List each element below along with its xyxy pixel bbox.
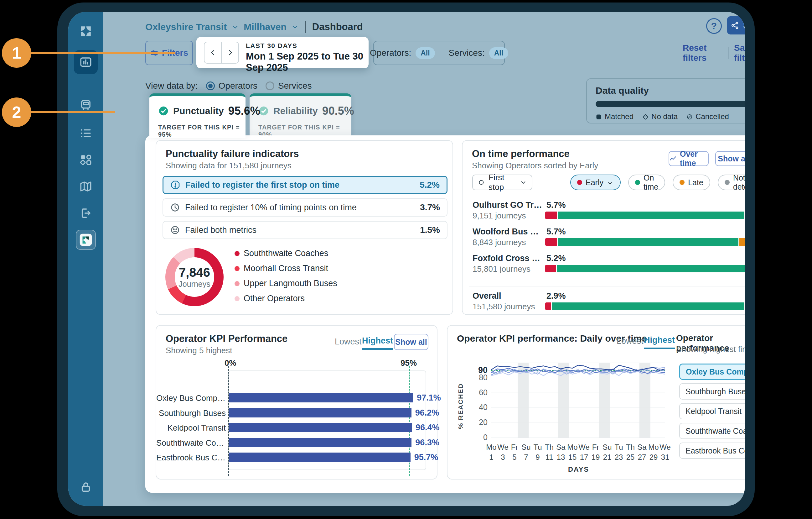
legend-dot-icon — [235, 281, 239, 286]
stop-selector-dropdown[interactable]: First stop — [472, 174, 532, 190]
daily-line-chart — [491, 363, 665, 438]
prev-period-button[interactable] — [204, 42, 222, 63]
chip-not-detected[interactable]: Not detected — [718, 174, 745, 190]
legend-item: Cancelled — [687, 112, 729, 121]
kpi-lowest-toggle[interactable]: Lowest — [335, 337, 362, 347]
legend-item: Matched — [596, 112, 634, 121]
kpi-highest-toggle[interactable]: Highest — [362, 336, 393, 350]
logout-nav-item[interactable] — [76, 203, 96, 223]
app-logo-nav-item[interactable] — [76, 230, 96, 250]
operator-list-item[interactable]: Keldpool Transit — [679, 403, 745, 419]
donut-value: 7,846 — [179, 266, 210, 279]
chip-label: On time — [643, 173, 658, 191]
period-range[interactable]: Mon 1 Sep 2025 to Tue 30 Sep 2025 — [246, 51, 369, 73]
chip-late[interactable]: Late — [673, 174, 710, 190]
services-filter-value[interactable]: All — [489, 47, 508, 59]
map-nav-item[interactable] — [76, 176, 96, 196]
org-selector[interactable]: Oxleyshire Transit — [145, 22, 227, 32]
save-filters-link[interactable]: Save filters — [734, 43, 745, 63]
overall-divider — [469, 286, 745, 286]
diamond-minus-icon — [642, 113, 648, 120]
tab-punctuality[interactable]: Punctuality95.6%TARGET FOR THIS KPI = 95… — [149, 93, 245, 138]
operator-journeys: 15,801 journeys — [472, 264, 530, 274]
chevron-left-icon — [209, 49, 217, 57]
bar-segment — [545, 238, 557, 246]
operator-kpi-card: Operator KPI Performance Showing 5 highe… — [156, 325, 437, 480]
ontime-show-all-button[interactable]: Show all — [715, 151, 745, 166]
chevron-down-icon[interactable] — [231, 23, 239, 31]
legend-label: Other Operators — [243, 294, 305, 303]
kpi-value: 97.1% — [417, 393, 441, 403]
legend-label: No data — [651, 112, 678, 121]
kpi-show-all-button[interactable]: Show all — [394, 334, 428, 350]
logo-icon — [76, 21, 96, 42]
chevron-down-icon[interactable] — [291, 23, 299, 31]
view-by-option-operators[interactable]: Operators — [206, 81, 258, 91]
failure-indicator-row[interactable]: Failed both metrics1.5% — [163, 221, 447, 239]
bar-segment — [558, 238, 738, 246]
operators-filter-value[interactable]: All — [415, 47, 435, 59]
operator-list-item[interactable]: Southburgh Buses — [679, 383, 745, 400]
operator-list-item[interactable]: Souththwaite Coaches — [679, 423, 745, 439]
sidebar — [68, 12, 103, 506]
tab-reliability[interactable]: Reliability90.5%TARGET FOR THIS KPI = 90… — [250, 93, 351, 140]
chevron-down-icon — [520, 179, 527, 186]
logo-icon — [79, 25, 92, 38]
reset-filters-link[interactable]: Reset filters — [683, 43, 722, 63]
kpi-axis-start: 0% — [225, 358, 236, 368]
failure-indicator-row[interactable]: Failed to register 10% of timing points … — [163, 198, 447, 217]
chevron-right-icon — [226, 49, 234, 57]
kpi-bar — [229, 393, 413, 403]
kpi-bar — [229, 453, 410, 462]
over-time-button[interactable]: Over time — [669, 151, 709, 166]
lock-nav-item[interactable] — [76, 477, 96, 497]
operator-list-item[interactable]: Oxley Bus Company — [679, 363, 745, 380]
region-selector[interactable]: Millhaven — [243, 22, 287, 32]
legend-item: No data — [642, 112, 678, 121]
daily-highest-toggle[interactable]: Highest — [644, 335, 675, 349]
next-period-button[interactable] — [222, 42, 238, 63]
kpi-bar — [229, 423, 412, 432]
bar-segment — [545, 265, 556, 272]
tab-label: Reliability — [273, 106, 318, 116]
help-button[interactable]: ? — [706, 18, 722, 34]
chart-line-icon — [669, 155, 677, 162]
chip-dot-icon — [725, 180, 730, 185]
list-nav-item[interactable] — [76, 123, 96, 143]
donut-legend-item: Other Operators — [235, 294, 337, 303]
kpi-value: 96.2% — [415, 408, 439, 418]
chip-dot-icon — [679, 180, 685, 185]
operator-list-item[interactable]: Eastbrook Bus Compa… — [679, 442, 745, 459]
legend-label: Upper Langmouth Buses — [243, 279, 337, 288]
daily-x-tick: We31 — [657, 442, 673, 462]
chip-early[interactable]: Early — [570, 174, 621, 190]
stop-circle-icon — [478, 179, 485, 186]
data-quality-segment-matched — [596, 101, 745, 107]
radio-off-icon — [265, 81, 274, 90]
stop-selector-value: First stop — [489, 173, 516, 192]
callout-line — [17, 111, 115, 113]
date-range-picker: LAST 30 DAYS Mon 1 Sep 2025 to Tue 30 Se… — [196, 37, 369, 68]
operator-name: Foxfold Cross Travel — [472, 253, 545, 263]
chip-dot-icon — [577, 180, 582, 185]
bar-segment — [552, 302, 744, 310]
lock-icon — [79, 481, 92, 494]
daily-y-tick: 20 — [476, 418, 488, 427]
callout-badge-2: 2 — [2, 98, 31, 127]
page-title: Dashboard — [312, 21, 363, 33]
show-all-label: Show all — [395, 337, 427, 347]
failure-indicator-row[interactable]: Failed to register the first stop on tim… — [163, 176, 447, 194]
view-by-option-services[interactable]: Services — [265, 81, 312, 91]
chip-on-time[interactable]: On time — [628, 174, 665, 190]
check-circle-icon — [158, 106, 169, 116]
failure-label: Failed to register 10% of timing points … — [185, 203, 357, 213]
shapes-nav-item[interactable] — [76, 150, 96, 170]
failure-label: Failed both metrics — [185, 225, 257, 235]
daily-lowest-toggle[interactable]: Lowest — [617, 336, 643, 346]
donut-label: Journeys — [178, 279, 210, 289]
legend-label: Moorhall Cross Transit — [243, 264, 328, 273]
active-filters-summary: Operators: All Services: All — [373, 41, 505, 65]
callout-line — [17, 52, 175, 54]
shapes-icon — [79, 153, 92, 166]
tab-value: 95.6% — [228, 104, 260, 117]
